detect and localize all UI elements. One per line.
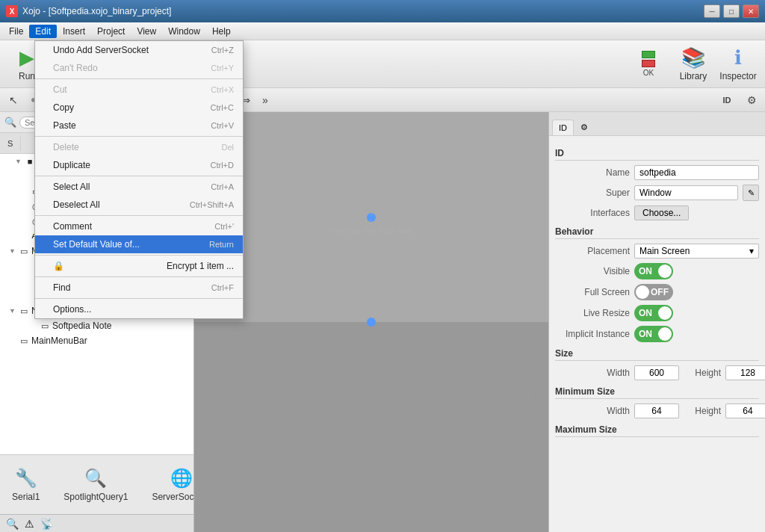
serial-bottom-icon: 🔧 xyxy=(15,468,37,489)
size-width-input[interactable] xyxy=(634,365,679,380)
toggle-on-label: ON xyxy=(639,329,652,339)
nav-tab-s[interactable]: S xyxy=(0,136,21,151)
choose-button[interactable]: Choose... xyxy=(634,205,689,220)
duplicate-label: Duplicate xyxy=(53,160,90,170)
size-height-label: Height xyxy=(684,368,721,378)
ok-green xyxy=(642,51,655,58)
menu-comment[interactable]: Comment Ctrl+' xyxy=(35,217,243,235)
library-button[interactable]: 📚 Library xyxy=(672,43,714,85)
notes-icon: ▭ xyxy=(18,305,30,317)
minimize-button[interactable]: ─ xyxy=(704,4,720,18)
size-row: Width Height xyxy=(555,365,759,380)
canvas-handle-bottom[interactable] xyxy=(367,318,376,327)
find-label: Find xyxy=(53,282,70,293)
title-bar-controls: ─ □ ✕ xyxy=(704,4,759,18)
toggle-knob xyxy=(658,265,672,278)
more-tools[interactable]: » xyxy=(255,90,276,110)
inspector-icon: ℹ xyxy=(734,46,742,69)
status-warning-icon[interactable]: ⚠ xyxy=(25,518,34,530)
interfaces-row: Interfaces Choose... xyxy=(555,205,759,220)
menu-delete: Delete Del xyxy=(35,138,243,156)
super-value[interactable]: Window xyxy=(634,185,738,200)
ok-red xyxy=(642,60,655,67)
pointer-tool[interactable]: ↖ xyxy=(3,90,24,110)
menu-paste[interactable]: Paste Ctrl+V xyxy=(35,117,243,134)
tab-id[interactable]: ID xyxy=(552,120,574,135)
gear-tab-btn[interactable]: ⚙ xyxy=(741,90,762,110)
menu-file[interactable]: File xyxy=(3,25,29,38)
fullscreen-label: Full Screen xyxy=(555,287,630,297)
maxsize-section-title: Maximum Size xyxy=(555,424,759,437)
window-title: Xojo - [Softpedia.xojo_binary_project] xyxy=(22,6,171,16)
bottom-tab-spotlightquery1[interactable]: 🔍 SpotlightQuery1 xyxy=(58,465,134,505)
minsize-row: Width Height xyxy=(555,403,759,418)
tree-label: Softpedia Note xyxy=(52,321,111,331)
menu-insert[interactable]: Insert xyxy=(57,25,91,38)
menu-duplicate[interactable]: Duplicate Ctrl+D xyxy=(35,156,243,174)
status-search-icon[interactable]: 🔍 xyxy=(6,518,19,530)
menu-edit[interactable]: Edit xyxy=(29,25,57,38)
fullscreen-row: Full Screen OFF xyxy=(555,284,759,300)
liveresize-toggle[interactable]: ON xyxy=(634,305,673,321)
dd-sep-3 xyxy=(35,176,243,176)
bottom-tabs: 🔧 Serial1 🔍 SpotlightQuery1 🌐 ServerSock… xyxy=(0,454,193,514)
maximize-button[interactable]: □ xyxy=(723,4,740,18)
comment-label: Comment xyxy=(53,221,92,232)
close-button[interactable]: ✕ xyxy=(743,4,759,18)
menu-bar: File Edit Insert Project View Window Hel… xyxy=(0,22,765,40)
menu-help[interactable]: Help xyxy=(206,25,237,38)
menu-options[interactable]: Options... xyxy=(35,300,243,318)
menu-setdefault[interactable]: Set Default Value of... Return xyxy=(35,235,243,253)
size-height-input[interactable] xyxy=(725,365,765,380)
lock-icon: 🔒 xyxy=(53,261,64,271)
size-section-title: Size xyxy=(555,348,759,361)
id-section-title: ID xyxy=(555,148,759,161)
toggle-knob xyxy=(658,306,672,320)
super-row: Super Window ✎ xyxy=(555,185,759,201)
minsize-height-input[interactable] xyxy=(725,403,765,418)
canvas-lower[interactable]: Screen xyxy=(194,322,548,532)
visible-toggle[interactable]: ON xyxy=(634,263,673,279)
super-edit-btn[interactable]: ✎ xyxy=(743,185,759,201)
menu-project[interactable]: Project xyxy=(91,25,131,38)
expand-icon: ▼ xyxy=(15,158,24,165)
menu-deselectall[interactable]: Deselect All Ctrl+Shift+A xyxy=(35,196,243,214)
dd-sep-6 xyxy=(35,276,243,277)
menu-view[interactable]: View xyxy=(131,25,162,38)
spotlight-bottom-icon: 🔍 xyxy=(84,468,107,489)
menu-selectall[interactable]: Select All Ctrl+A xyxy=(35,178,243,196)
right-panel-tabs: ID ⚙ xyxy=(549,112,765,136)
inspector-label: Inspector xyxy=(719,71,756,81)
minsize-width-label: Width xyxy=(555,406,630,416)
name-value[interactable]: softpedia xyxy=(634,165,759,180)
canvas-upper[interactable]: ◈ ALL PC World Free Apps Free Fools Away xyxy=(194,112,548,322)
mainmenubar-icon: ▭ xyxy=(18,335,30,347)
id-tab-btn[interactable]: ID xyxy=(714,90,740,110)
run-icon: ▶ xyxy=(19,46,34,69)
menu-window[interactable]: Window xyxy=(162,25,206,38)
menu-find[interactable]: Find Ctrl+F xyxy=(35,279,243,297)
right-panel-content: ID Name softpedia Super Window ✎ Interfa… xyxy=(549,136,765,532)
inspector-button[interactable]: ℹ Inspector xyxy=(717,43,759,85)
implicit-toggle[interactable]: ON xyxy=(634,326,673,342)
placement-dropdown[interactable]: Main Screen ▾ xyxy=(634,244,759,259)
library-icon: 📚 xyxy=(681,46,705,69)
encrypt-label: Encrypt 1 item ... xyxy=(167,261,234,271)
status-network-icon[interactable]: 📡 xyxy=(40,518,53,530)
options-label: Options... xyxy=(53,304,91,315)
setdefault-label: Set Default Value of... xyxy=(53,239,140,250)
bottom-tab-label: SpotlightQuery1 xyxy=(64,492,128,502)
tree-item-mainmenubar[interactable]: ▭ MainMenuBar xyxy=(0,333,193,348)
tab-gear[interactable]: ⚙ xyxy=(574,119,595,135)
edit-dropdown-menu: Undo Add ServerSocket Ctrl+Z Can't Redo … xyxy=(34,112,244,319)
delete-label: Delete xyxy=(53,142,79,152)
tree-item-note1[interactable]: ▭ Softpedia Note xyxy=(0,318,193,333)
minsize-width-input[interactable] xyxy=(634,403,679,418)
menu-encrypt[interactable]: 🔒 Encrypt 1 item ... xyxy=(35,257,243,275)
name-row: Name softpedia xyxy=(555,165,759,180)
toggle-off-label: OFF xyxy=(651,287,669,297)
fullscreen-toggle[interactable]: OFF xyxy=(634,284,673,300)
toggle-knob xyxy=(658,327,672,341)
bottom-tab-serial1[interactable]: 🔧 Serial1 xyxy=(6,465,46,505)
placement-label: Placement xyxy=(555,246,630,256)
